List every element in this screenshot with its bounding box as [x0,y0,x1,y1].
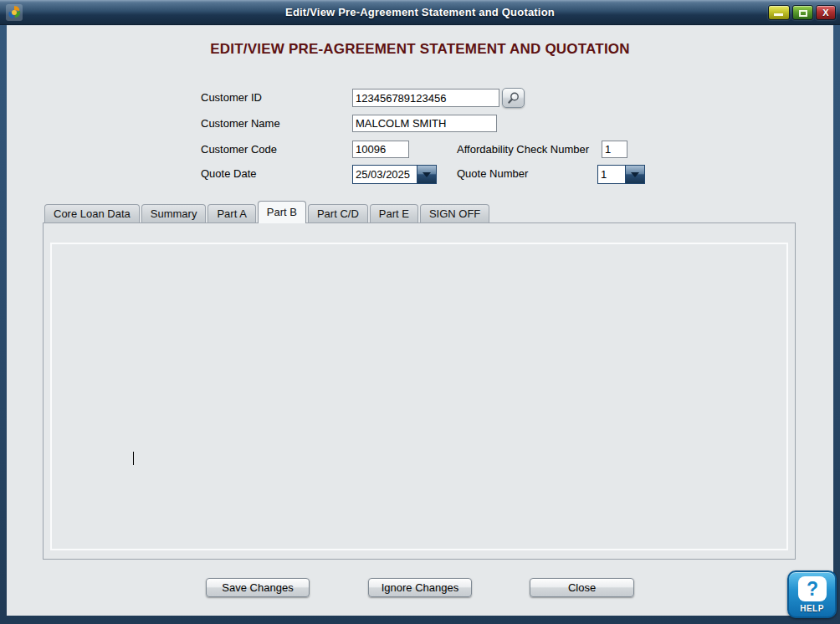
quote-number-combobox [597,165,645,184]
tab-part-cd[interactable]: Part C/D [308,204,368,223]
title-bar: Edit/View Pre-Agreement Statement and Qu… [0,0,840,25]
page-title: EDIT/VIEW PRE-AGREEMENT STATEMENT AND QU… [7,41,833,58]
customer-name-input[interactable] [352,115,497,132]
quote-number-input[interactable] [598,166,625,183]
part-b-inner-panel [50,243,788,550]
tab-sign-off[interactable]: SIGN OFF [420,204,489,223]
customer-id-input[interactable] [352,89,499,107]
text-cursor [133,452,134,465]
quote-date-dropdown-button[interactable] [417,166,436,183]
customer-id-label: Customer ID [201,89,262,107]
maximize-button[interactable] [792,5,813,20]
part-b-tab-panel [43,222,796,560]
affordability-check-number-input[interactable] [602,141,627,158]
affordability-check-number-label: Affordability Check Number [457,141,589,159]
save-changes-button[interactable]: Save Changes [206,578,310,597]
close-button[interactable]: Close [530,578,634,597]
quote-date-input[interactable] [353,166,417,183]
magnifier-icon [506,91,520,105]
tab-part-b[interactable]: Part B [258,201,306,223]
maximize-icon [799,10,807,17]
app-window: Edit/View Pre-Agreement Statement and Qu… [0,0,840,624]
help-button[interactable]: ? HELP [787,570,837,618]
tab-part-e[interactable]: Part E [370,204,418,223]
tab-bar: Core Loan Data Summary Part A Part B Par… [44,201,491,223]
tab-part-a[interactable]: Part A [207,204,255,223]
tab-summary[interactable]: Summary [141,204,207,223]
customer-name-label: Customer Name [201,115,280,133]
question-mark-icon: ? [798,576,827,601]
tab-core-loan-data[interactable]: Core Loan Data [44,204,140,223]
dialog-body: EDIT/VIEW PRE-AGREEMENT STATEMENT AND QU… [7,25,833,616]
minimize-button[interactable] [768,5,790,20]
close-window-button[interactable]: X [816,5,836,20]
quote-number-label: Quote Number [457,165,528,183]
window-title: Edit/View Pre-Agreement Statement and Qu… [0,6,840,18]
quote-number-dropdown-button[interactable] [625,166,644,183]
quote-date-label: Quote Date [201,165,257,183]
help-button-label: HELP [789,604,835,613]
ignore-changes-button[interactable]: Ignore Changes [368,578,472,597]
quote-date-combobox [352,165,437,184]
customer-code-label: Customer Code [201,141,277,159]
customer-search-button[interactable] [502,88,525,108]
minimize-icon [774,13,783,16]
customer-code-input[interactable] [352,141,409,158]
